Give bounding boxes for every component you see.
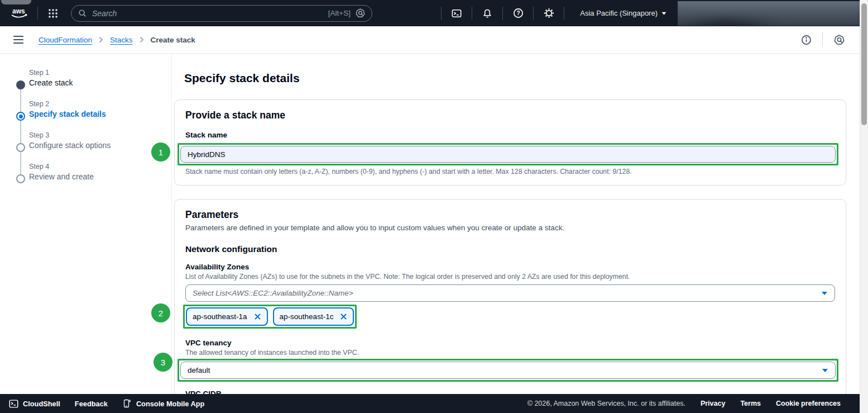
footer-privacy-link[interactable]: Privacy (701, 400, 725, 407)
cloudshell-terminal-icon[interactable] (449, 6, 464, 21)
breadcrumb-link-stacks[interactable]: Stacks (110, 36, 133, 44)
settings-gear-icon[interactable] (541, 6, 556, 21)
search-input[interactable] (92, 9, 323, 18)
stack-name-helper-text: Stack name must contain only letters (a-… (185, 168, 835, 176)
step-label: Create stack (29, 78, 163, 87)
notifications-bell-icon[interactable] (480, 6, 495, 21)
content-area: Step 1 Create stack Step 2 Specify stack… (0, 54, 860, 394)
token-close-icon[interactable] (254, 313, 261, 320)
vpc-tenancy-value: default (188, 366, 210, 374)
step-number: Step 4 (29, 163, 163, 170)
footer-terms-link[interactable]: Terms (740, 400, 761, 407)
step-circle-current (16, 112, 25, 121)
search-shortcut: [Alt+S] (328, 9, 351, 17)
chevron-right-icon (140, 36, 144, 43)
search-icon (78, 9, 87, 18)
steps-connector-line (20, 85, 21, 179)
network-configuration-title: Network configuration (185, 244, 835, 255)
footer-cookie-preferences-link[interactable]: Cookie preferences (776, 400, 841, 407)
redacted-account-info (678, 1, 860, 26)
token-close-icon[interactable] (340, 313, 347, 320)
chevron-right-icon (99, 36, 103, 43)
annotation-badge-2: 2 (151, 303, 170, 322)
step-item-specify-stack-details[interactable]: Step 2 Specify stack details (29, 100, 163, 118)
page-title: Specify stack details (184, 69, 860, 87)
step-item-configure-stack-options[interactable]: Step 3 Configure stack options (29, 131, 163, 150)
step-item-review-and-create[interactable]: Step 4 Review and create (29, 163, 163, 181)
global-search[interactable]: [Alt+S] (71, 5, 372, 22)
stack-name-card: Provide a stack name Stack name Stack na… (174, 99, 846, 186)
step-circle-upcoming (16, 174, 25, 183)
step-label: Configure stack options (29, 141, 163, 150)
step-number: Step 2 (29, 100, 163, 108)
help-icon[interactable]: ? (511, 6, 525, 21)
region-selector[interactable]: Asia Pacific (Singapore) (580, 9, 666, 17)
caret-down-icon (661, 12, 666, 15)
svg-text:aws: aws (12, 7, 25, 15)
parameters-section-title: Parameters (185, 208, 835, 221)
availability-zones-select[interactable]: Select List<AWS::EC2::AvailabilityZone::… (185, 284, 835, 302)
annotation-box-2: ap-southeast-1a ap-southeast-1c (183, 305, 357, 329)
footer-console-mobile-app-label: Console Mobile App (136, 400, 205, 408)
amazon-q-icon[interactable] (832, 32, 846, 47)
aws-logo[interactable]: aws (9, 7, 30, 20)
availability-zones-placeholder: Select List<AWS::EC2::AvailabilityZone::… (193, 289, 353, 297)
stack-name-section-title: Provide a stack name (185, 109, 835, 121)
cloudshell-terminal-icon (9, 399, 18, 409)
divider (441, 7, 442, 20)
breadcrumb-bar: CloudFormation Stacks Create stack (0, 26, 860, 54)
svg-text:?: ? (516, 10, 520, 16)
step-label: Specify stack details (29, 110, 163, 118)
footer-cloudshell-label: CloudShell (23, 400, 60, 408)
amazon-q-icon (356, 8, 365, 18)
step-item-create-stack[interactable]: Step 1 Create stack (29, 69, 163, 87)
az-token[interactable]: ap-southeast-1a (186, 307, 268, 326)
vpc-tenancy-label: VPC tenancy (185, 338, 835, 348)
selected-az-tokens: ap-southeast-1a ap-southeast-1c (186, 307, 354, 326)
step-circle-completed (16, 80, 25, 89)
az-token-label: ap-southeast-1a (193, 312, 247, 321)
step-number: Step 3 (29, 131, 163, 139)
availability-zones-description: List of Availability Zones (AZs) to use … (185, 272, 835, 281)
browser-artifact (1, 0, 31, 4)
page-scrollbar[interactable] (860, 0, 868, 413)
divider (472, 7, 472, 20)
wizard-steps-nav: Step 1 Create stack Step 2 Specify stack… (0, 54, 171, 394)
availability-zones-label: Availability Zones (185, 262, 835, 272)
region-label: Asia Pacific (Singapore) (580, 9, 658, 17)
step-number: Step 1 (29, 69, 163, 77)
divider (533, 7, 534, 20)
stack-name-label: Stack name (185, 130, 835, 140)
az-token[interactable]: ap-southeast-1c (273, 307, 354, 326)
vpc-cidr-label: VPC CIDR (185, 389, 835, 394)
footer-console-mobile-app[interactable]: Console Mobile App (122, 399, 205, 408)
step-circle-upcoming (16, 143, 25, 152)
annotation-badge-3: 3 (154, 353, 172, 372)
main-panel: Specify stack details Provide a stack na… (172, 54, 860, 394)
step-label: Review and create (29, 172, 163, 181)
az-token-label: ap-southeast-1c (280, 312, 334, 321)
scrollbar-thumb[interactable] (861, 3, 867, 125)
apps-grid-icon[interactable] (46, 6, 60, 21)
breadcrumb-current: Create stack (151, 36, 195, 44)
aws-console-page: aws [Alt+S] (0, 0, 868, 413)
divider (502, 7, 503, 20)
footer-feedback[interactable]: Feedback (75, 400, 108, 408)
top-navigation-bar: aws [Alt+S] (0, 0, 860, 26)
info-icon[interactable] (799, 32, 813, 47)
vpc-tenancy-description: The allowed tenancy of instances launche… (185, 348, 835, 357)
divider (822, 32, 823, 47)
breadcrumb-link-cloudformation[interactable]: CloudFormation (39, 36, 92, 44)
breadcrumb: CloudFormation Stacks Create stack (39, 36, 195, 44)
footer-cloudshell[interactable]: CloudShell (9, 399, 60, 409)
stack-name-input[interactable] (180, 146, 836, 163)
menu-hamburger-icon[interactable] (13, 36, 23, 44)
caret-down-icon (821, 291, 828, 296)
vpc-tenancy-select[interactable]: default (180, 362, 836, 379)
divider (564, 7, 564, 20)
parameters-card: Parameters Parameters are defined in you… (174, 199, 846, 394)
footer-copyright: © 2026, Amazon Web Services, Inc. or its… (527, 400, 685, 407)
footer-feedback-label: Feedback (75, 400, 108, 408)
annotation-box-1 (178, 143, 838, 165)
caret-down-icon (822, 368, 828, 373)
